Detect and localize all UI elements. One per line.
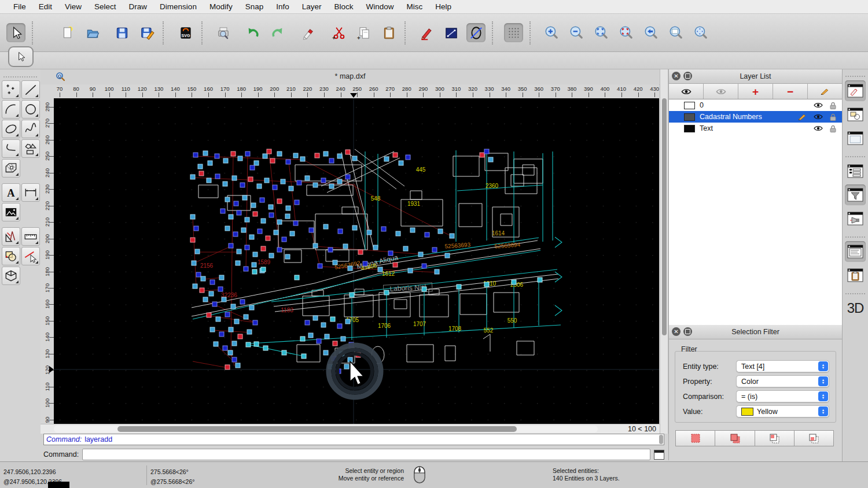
menu-help[interactable]: Help xyxy=(429,0,458,14)
layer-visibility-icon[interactable] xyxy=(814,102,823,109)
layer-lock-icon[interactable] xyxy=(830,125,836,132)
print-preview-button[interactable] xyxy=(214,23,233,42)
palette-grip[interactable] xyxy=(3,71,37,77)
block-tools[interactable] xyxy=(2,247,20,265)
viewport-tools[interactable] xyxy=(2,267,20,285)
modify-tools[interactable] xyxy=(21,247,40,265)
command-history-scrollbar[interactable] xyxy=(659,435,663,444)
layer-edit-button[interactable] xyxy=(808,84,842,99)
layer-color-chip[interactable] xyxy=(684,113,695,121)
selection-tool-button[interactable] xyxy=(8,46,34,67)
zoom-selection-button[interactable] xyxy=(616,23,635,42)
dock-block-list[interactable] xyxy=(845,104,866,125)
paste-button[interactable] xyxy=(379,23,398,42)
horizontal-scrollbar[interactable] xyxy=(54,426,598,432)
parcel-label[interactable]: 552 xyxy=(484,327,494,334)
line-tools[interactable] xyxy=(21,80,40,99)
parcel-label[interactable]: 548 xyxy=(371,195,381,202)
point-tools[interactable] xyxy=(2,80,20,99)
save-as-button[interactable] xyxy=(137,23,156,42)
spline-tools[interactable] xyxy=(21,120,40,138)
grid-toggle-button[interactable] xyxy=(504,23,523,42)
dock-clipboard[interactable] xyxy=(845,265,866,286)
menu-misc[interactable]: Misc xyxy=(400,0,429,14)
layer-list-close-button[interactable]: ✕ xyxy=(672,72,681,80)
layer-add-button[interactable]: + xyxy=(738,84,773,99)
layer-row-0[interactable]: 0 xyxy=(669,99,842,111)
dock-layer-list[interactable] xyxy=(845,80,866,101)
horizontal-scrollbar-thumb[interactable] xyxy=(117,426,517,432)
menu-snap[interactable]: Snap xyxy=(239,0,270,14)
filter-dropdown-comparison[interactable]: = (is)▲▼ xyxy=(736,390,829,402)
parcel-label[interactable]: 1707 xyxy=(413,321,426,327)
menu-info[interactable]: Info xyxy=(270,0,296,14)
dock-light-browser[interactable] xyxy=(845,208,866,229)
add-to-selection-button[interactable] xyxy=(715,430,754,446)
command-window-toggle-button[interactable] xyxy=(654,450,664,460)
intersect-selection-button[interactable] xyxy=(794,430,834,446)
menu-layer[interactable]: Layer xyxy=(296,0,328,14)
stepper-icon[interactable]: ▲▼ xyxy=(818,376,828,386)
parcel-label[interactable]: 1931 xyxy=(407,201,421,207)
layer-color-chip[interactable] xyxy=(684,125,695,132)
command-input[interactable] xyxy=(82,449,650,460)
shape-tools[interactable] xyxy=(21,139,40,158)
filter-dropdown-entity-type[interactable]: Text [4]▲▼ xyxy=(736,360,829,372)
arc-tools[interactable] xyxy=(2,100,20,119)
svg-export-button[interactable]: SVG xyxy=(176,23,195,42)
dock-selection-filter[interactable] xyxy=(845,184,866,205)
parcel-label[interactable]: 1589 xyxy=(258,259,271,265)
previous-view-button[interactable] xyxy=(641,23,660,42)
menu-block[interactable]: Block xyxy=(328,0,360,14)
layer-lock-icon[interactable] xyxy=(830,113,836,121)
text-tool[interactable]: A xyxy=(2,183,20,202)
filter-dropdown-property[interactable]: Color▲▼ xyxy=(736,375,829,387)
layer-lock-icon[interactable] xyxy=(830,102,836,109)
layer-visibility-icon[interactable] xyxy=(814,125,823,132)
line-from-points-button[interactable] xyxy=(442,23,461,42)
stepper-icon[interactable]: ▲▼ xyxy=(818,361,828,371)
ellipse-tools[interactable] xyxy=(2,120,20,138)
selection-pointer-button[interactable] xyxy=(6,23,25,42)
save-button[interactable] xyxy=(112,23,131,42)
dock-library-browser[interactable] xyxy=(845,128,866,149)
layer-row-text[interactable]: Text xyxy=(669,123,842,134)
parcel-label[interactable]: 2360 xyxy=(486,183,499,189)
menu-window[interactable]: Window xyxy=(360,0,400,14)
cut-button[interactable]: + xyxy=(329,23,348,42)
parcel-label[interactable]: 1183 xyxy=(281,307,293,313)
new-file-button[interactable] xyxy=(58,23,77,42)
layer-remove-button[interactable]: − xyxy=(773,84,808,99)
redo-button[interactable] xyxy=(268,23,287,42)
menu-select[interactable]: Select xyxy=(88,0,123,14)
polyline-tools[interactable] xyxy=(2,139,20,158)
auto-zoom-button[interactable] xyxy=(591,23,610,42)
circle-tools[interactable] xyxy=(21,100,40,119)
window-zoom-button[interactable] xyxy=(666,23,685,42)
zoom-out-button[interactable] xyxy=(567,23,586,42)
stepper-icon[interactable]: ▲▼ xyxy=(818,391,828,401)
dock-property-editor[interactable] xyxy=(845,161,866,182)
measure-tools[interactable] xyxy=(21,227,40,246)
open-file-button[interactable] xyxy=(83,23,102,42)
dock-command-line[interactable] xyxy=(845,241,866,262)
copy-button[interactable]: + xyxy=(354,23,373,42)
hatch-tool[interactable] xyxy=(2,159,20,178)
menu-modify[interactable]: Modify xyxy=(203,0,239,14)
parcel-label[interactable]: 1612 xyxy=(382,271,395,277)
dimension-tools[interactable] xyxy=(21,183,40,202)
stepper-icon[interactable]: ▲▼ xyxy=(818,406,828,416)
vertical-scrollbar-thumb[interactable] xyxy=(662,98,667,335)
menu-file[interactable]: File xyxy=(7,0,32,14)
menu-view[interactable]: View xyxy=(58,0,88,14)
layer-list-float-button[interactable] xyxy=(683,72,692,80)
menu-edit[interactable]: Edit xyxy=(32,0,58,14)
layer-row-cadastral-numbers[interactable]: Cadastral Numbers xyxy=(669,111,842,123)
menu-dimension[interactable]: Dimension xyxy=(153,0,203,14)
undo-button[interactable] xyxy=(243,23,262,42)
pan-button[interactable] xyxy=(691,23,710,42)
misc-draw-tools[interactable] xyxy=(2,227,20,246)
filter-dropdown-value[interactable]: Yellow▲▼ xyxy=(736,405,829,417)
image-tool[interactable] xyxy=(2,203,20,221)
replace-selection-button[interactable] xyxy=(675,430,715,446)
